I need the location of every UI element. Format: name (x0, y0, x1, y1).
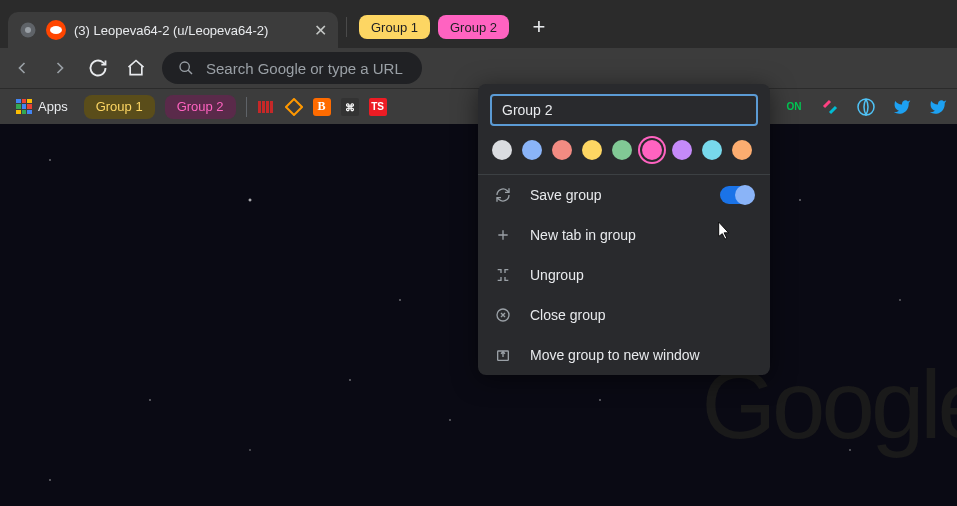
close-circle-icon (494, 306, 512, 324)
tab-strip: (3) Leopeva64-2 (u/Leopeva64-2) ✕ Group … (0, 0, 957, 48)
close-group-label: Close group (530, 307, 606, 323)
bookmark-group-2[interactable]: Group 2 (165, 95, 236, 119)
bookmark-twitter-icon-2[interactable] (929, 98, 947, 116)
omnibox-placeholder: Search Google or type a URL (206, 60, 403, 77)
color-orange[interactable] (732, 140, 752, 160)
bookmark-icon-1[interactable] (257, 98, 275, 116)
save-group-label: Save group (530, 187, 602, 203)
close-group-item[interactable]: Close group (478, 295, 770, 335)
bookmark-separator (246, 97, 247, 117)
home-button[interactable] (124, 56, 148, 80)
svg-point-1 (25, 27, 31, 33)
plus-icon (494, 226, 512, 244)
new-tab-label: New tab in group (530, 227, 636, 243)
group-name-input[interactable] (490, 94, 758, 126)
svg-point-2 (180, 62, 189, 71)
color-cyan[interactable] (702, 140, 722, 160)
ungroup-label: Ungroup (530, 267, 584, 283)
active-tab[interactable]: (3) Leopeva64-2 (u/Leopeva64-2) ✕ (8, 12, 338, 48)
reload-button[interactable] (86, 56, 110, 80)
sync-icon (494, 186, 512, 204)
bookmark-blogger-icon[interactable]: B (313, 98, 331, 116)
move-group-item[interactable]: Move group to new window (478, 335, 770, 375)
new-tab-in-group-item[interactable]: New tab in group (478, 215, 770, 255)
bookmark-right-icons: ON (785, 98, 947, 116)
tab-group-2[interactable]: Group 2 (438, 15, 509, 39)
external-window-icon (494, 346, 512, 364)
forward-button[interactable] (48, 56, 72, 80)
ungroup-icon (494, 266, 512, 284)
close-tab-icon[interactable]: ✕ (312, 22, 328, 38)
svg-rect-3 (258, 101, 261, 113)
color-picker-row (478, 136, 770, 174)
toolbar: Search Google or type a URL (0, 48, 957, 88)
bookmark-group-1[interactable]: Group 1 (84, 95, 155, 119)
tab-group-1[interactable]: Group 1 (359, 15, 430, 39)
color-green[interactable] (612, 140, 632, 160)
reddit-icon (46, 20, 66, 40)
move-group-label: Move group to new window (530, 347, 700, 363)
tab-title: (3) Leopeva64-2 (u/Leopeva64-2) (74, 23, 304, 38)
group-context-menu: Save group New tab in group Ungroup Clos… (478, 84, 770, 375)
apps-icon (16, 99, 32, 115)
color-pink[interactable] (642, 140, 662, 160)
back-button[interactable] (10, 56, 34, 80)
chrome-icon (18, 20, 38, 40)
color-blue[interactable] (522, 140, 542, 160)
svg-rect-5 (266, 101, 269, 113)
apps-label: Apps (38, 99, 68, 114)
save-group-toggle[interactable] (720, 186, 754, 204)
bookmark-icon-2[interactable] (285, 98, 303, 116)
svg-point-9 (858, 99, 874, 115)
bookmark-icon-on[interactable]: ON (785, 98, 803, 116)
save-group-item[interactable]: Save group (478, 175, 770, 215)
color-red[interactable] (552, 140, 572, 160)
bookmark-twitter-icon-1[interactable] (893, 98, 911, 116)
bookmark-ts-icon[interactable]: TS (369, 98, 387, 116)
color-yellow[interactable] (582, 140, 602, 160)
ungroup-item[interactable]: Ungroup (478, 255, 770, 295)
address-bar[interactable]: Search Google or type a URL (162, 52, 422, 84)
svg-rect-6 (270, 101, 273, 113)
search-icon (178, 60, 194, 76)
tab-separator (346, 17, 347, 37)
color-grey[interactable] (492, 140, 512, 160)
bookmark-globe-icon[interactable] (857, 98, 875, 116)
apps-button[interactable]: Apps (10, 93, 74, 121)
new-tab-button[interactable]: + (525, 13, 553, 41)
bookmark-icon-4[interactable]: ⌘ (341, 98, 359, 116)
svg-text:⌘: ⌘ (345, 102, 355, 113)
bookmark-icon-colorful[interactable] (821, 98, 839, 116)
svg-rect-4 (262, 101, 265, 113)
color-purple[interactable] (672, 140, 692, 160)
